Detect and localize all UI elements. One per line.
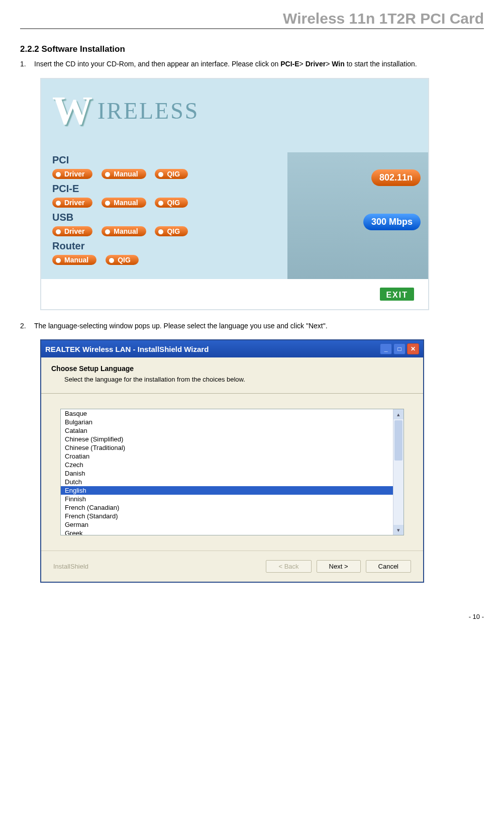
brand-w-letter: W xyxy=(52,88,92,134)
step-1-number: 1. xyxy=(20,57,34,71)
list-item[interactable]: French (Standard) xyxy=(61,512,404,520)
back-button: < Back xyxy=(266,560,311,573)
installshield-dialog: REALTEK Wireless LAN - InstallShield Wiz… xyxy=(40,339,424,583)
list-item[interactable]: Chinese (Simplified) xyxy=(61,435,404,443)
cat-pcie-label: PCI-E xyxy=(52,183,287,195)
autorun-categories: PCI Driver Manual QIG PCI-E Driver Manua… xyxy=(41,152,287,279)
list-item[interactable]: Dutch xyxy=(61,478,404,486)
dialog-titlebar: REALTEK Wireless LAN - InstallShield Wiz… xyxy=(41,340,423,357)
dialog-heading: Choose Setup Language xyxy=(51,365,413,373)
pci-manual-button[interactable]: Manual xyxy=(102,169,146,179)
dialog-title: REALTEK Wireless LAN - InstallShield Wiz… xyxy=(45,345,378,353)
list-item[interactable]: Chinese (Traditional) xyxy=(61,443,404,452)
autorun-banner: W IRELESS xyxy=(41,79,428,152)
installshield-label: InstallShield xyxy=(53,563,88,570)
step-2: 2. The language-selecting window pops up… xyxy=(20,319,484,333)
section-heading: 2.2.2 Software Installation xyxy=(20,44,484,54)
list-item[interactable]: Finnish xyxy=(61,495,404,503)
scrollbar-thumb[interactable] xyxy=(394,420,402,461)
header: Wireless 11n 1T2R PCI Card xyxy=(20,10,484,29)
exit-button[interactable]: EXIT xyxy=(380,288,414,301)
step-1: 1. Insert the CD into your CD-Rom, and t… xyxy=(20,57,484,71)
scroll-up-icon[interactable]: ▴ xyxy=(393,409,404,419)
list-item[interactable]: Basque xyxy=(61,409,404,418)
minimize-button[interactable]: _ xyxy=(380,343,392,354)
list-item[interactable]: Croatian xyxy=(61,452,404,461)
router-manual-button[interactable]: Manual xyxy=(52,255,96,265)
next-button[interactable]: Next > xyxy=(317,560,361,573)
scrollbar[interactable]: ▴ ▾ xyxy=(393,409,404,535)
router-qig-button[interactable]: QIG xyxy=(106,255,139,265)
list-item[interactable]: Danish xyxy=(61,469,404,478)
dialog-subheading: Select the language for the installation… xyxy=(64,376,413,383)
list-item[interactable]: French (Canadian) xyxy=(61,503,404,512)
scroll-down-icon[interactable]: ▾ xyxy=(393,525,404,535)
cat-pci-label: PCI xyxy=(52,154,287,166)
autorun-right-panel: 802.11n 300 Mbps xyxy=(287,152,428,279)
badge-80211n: 802.11n xyxy=(371,169,421,186)
list-item[interactable]: Greek xyxy=(61,529,404,535)
dialog-footer: InstallShield < Back Next > Cancel xyxy=(41,551,423,582)
list-item-selected[interactable]: English xyxy=(61,486,404,495)
step-2-number: 2. xyxy=(20,319,34,333)
close-button[interactable]: ✕ xyxy=(407,343,419,354)
list-item[interactable]: Catalan xyxy=(61,426,404,435)
usb-manual-button[interactable]: Manual xyxy=(102,226,146,236)
usb-qig-button[interactable]: QIG xyxy=(155,226,188,236)
pcie-driver-button[interactable]: Driver xyxy=(52,198,92,208)
list-item[interactable]: Czech xyxy=(61,461,404,469)
pcie-manual-button[interactable]: Manual xyxy=(102,198,146,208)
cat-router-label: Router xyxy=(52,240,287,252)
language-listbox[interactable]: Basque Bulgarian Catalan Chinese (Simpli… xyxy=(60,409,404,535)
badge-300mbps: 300 Mbps xyxy=(363,214,421,230)
step-1-text: Insert the CD into your CD-Rom, and then… xyxy=(34,57,417,71)
cat-usb-label: USB xyxy=(52,212,287,223)
step-2-text: The language-selecting window pops up. P… xyxy=(34,319,328,333)
pci-qig-button[interactable]: QIG xyxy=(155,169,188,179)
cancel-button[interactable]: Cancel xyxy=(366,560,411,573)
usb-driver-button[interactable]: Driver xyxy=(52,226,92,236)
header-title: Wireless 11n 1T2R PCI Card xyxy=(283,10,484,27)
page-number: - 10 - xyxy=(20,613,484,620)
dialog-header: Choose Setup Language Select the languag… xyxy=(41,357,423,394)
list-item[interactable]: Bulgarian xyxy=(61,418,404,426)
pci-driver-button[interactable]: Driver xyxy=(52,169,92,179)
autorun-screenshot: W IRELESS PCI Driver Manual QIG PCI-E Dr… xyxy=(40,78,429,310)
pcie-qig-button[interactable]: QIG xyxy=(155,198,188,208)
maximize-button[interactable]: □ xyxy=(393,343,406,354)
list-item[interactable]: German xyxy=(61,520,404,529)
brand-rest: IRELESS xyxy=(97,98,199,124)
